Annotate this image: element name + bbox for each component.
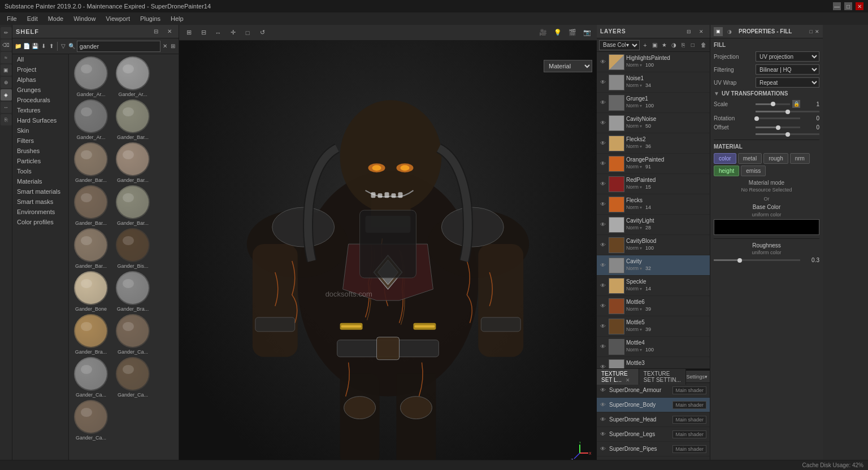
layer-visibility-toggle[interactable]: 👁: [599, 99, 607, 107]
projection-select[interactable]: UV projection: [756, 51, 819, 62]
shelf-item-0[interactable]: Gander_Ar...: [71, 56, 111, 97]
shelf-cat-grunges[interactable]: Grunges: [12, 85, 68, 95]
uv-transform-toggle[interactable]: ▼ UV transformations: [714, 90, 819, 97]
shelf-item-5[interactable]: Gander_Bar...: [113, 142, 153, 183]
layer-visibility-toggle[interactable]: 👁: [599, 241, 607, 249]
tool-smudge-icon[interactable]: ≈: [1, 52, 12, 63]
shelf-cat-particles[interactable]: Particles: [12, 156, 68, 166]
shelf-item-1[interactable]: Gander_Ar...: [113, 56, 153, 97]
shelf-cat-textures[interactable]: Textures: [12, 105, 68, 115]
shelf-dock-button[interactable]: ⊟: [150, 26, 162, 37]
mat-btn-emiss[interactable]: emiss: [741, 166, 766, 176]
ts-visibility-toggle[interactable]: 👁: [600, 402, 606, 408]
layer-visibility-toggle[interactable]: 👁: [599, 282, 607, 290]
layer-row[interactable]: 👁HighlightsPaintedNorm▾100: [597, 52, 710, 72]
vp-grid-icon[interactable]: ⊞: [183, 27, 195, 39]
layer-visibility-toggle[interactable]: 👁: [599, 180, 607, 188]
ts-visibility-toggle[interactable]: 👁: [600, 431, 606, 437]
shelf-item-14[interactable]: Gander_Ca...: [71, 357, 111, 398]
layer-row[interactable]: 👁Mottle6Norm▾39: [597, 296, 710, 316]
offset-slider2[interactable]: [756, 133, 819, 135]
vp-quad-icon[interactable]: ⊟: [197, 27, 210, 39]
layer-visibility-toggle[interactable]: 👁: [599, 262, 607, 269]
tool-clone-icon[interactable]: ⎘: [1, 114, 12, 125]
ts-settings-select[interactable]: Settings▾: [686, 374, 708, 380]
shelf-search-input[interactable]: [77, 41, 160, 52]
layer-visibility-toggle[interactable]: 👁: [599, 119, 607, 127]
shelf-clear-search-icon[interactable]: ✕: [162, 41, 168, 52]
texture-set-row[interactable]: 👁SuperDrone_ArmourMain shader: [597, 383, 710, 398]
prop-fill-icon[interactable]: ▣: [714, 27, 723, 36]
ts-visibility-toggle[interactable]: 👁: [600, 416, 606, 423]
menu-help[interactable]: Help: [166, 14, 188, 23]
layer-visibility-toggle[interactable]: 👁: [599, 323, 607, 330]
layer-visibility-toggle[interactable]: 👁: [599, 363, 607, 369]
title-bar-controls[interactable]: — □ ✕: [833, 2, 863, 10]
tool-transform-icon[interactable]: ↔: [1, 102, 12, 113]
layer-row[interactable]: 👁OrangePaintedNorm▾91: [597, 154, 710, 174]
layer-row[interactable]: 👁Mottle3Norm▾100: [597, 357, 710, 368]
shelf-cat-alphas[interactable]: Alphas: [12, 75, 68, 85]
shelf-item-11[interactable]: Gander_Bra...: [113, 271, 153, 312]
layer-visibility-toggle[interactable]: 👁: [599, 79, 607, 86]
maximize-button[interactable]: □: [844, 2, 852, 10]
ts-shader[interactable]: Main shader: [672, 386, 706, 394]
shelf-item-16[interactable]: Gander_Ca...: [71, 400, 111, 441]
base-color-swatch[interactable]: [714, 219, 819, 235]
shelf-item-12[interactable]: Gander_Bra...: [71, 314, 111, 355]
layer-visibility-toggle[interactable]: 👁: [599, 201, 607, 208]
layer-visibility-toggle[interactable]: 👁: [599, 302, 607, 310]
texture-set-list-tab[interactable]: TEXTURE SET L... ✕: [597, 369, 639, 385]
vp-transform-icon[interactable]: ✛: [227, 27, 239, 39]
shelf-filter-icon[interactable]: ▽: [60, 41, 67, 52]
texture-set-settings-tab[interactable]: TEXTURE SET SETTIN...: [639, 369, 687, 385]
blend-mode-select[interactable]: Base Col▾: [599, 40, 640, 50]
shelf-new-icon[interactable]: 📄: [23, 41, 30, 52]
tool-brush-icon[interactable]: ✏: [1, 27, 12, 38]
layer-row[interactable]: 👁FlecksNorm▾14: [597, 194, 710, 215]
vp-render-icon[interactable]: 🎬: [566, 27, 579, 39]
layer-row[interactable]: 👁CavityNoiseNorm▾50: [597, 113, 710, 133]
shelf-cat-materials[interactable]: Materials: [12, 176, 68, 186]
ts-visibility-toggle[interactable]: 👁: [600, 446, 606, 452]
menu-window[interactable]: Window: [69, 14, 100, 23]
vp-frame-icon[interactable]: ↔: [212, 27, 224, 39]
shelf-cat-environments[interactable]: Environments: [12, 207, 68, 217]
layer-row[interactable]: 👁RedPaintedNorm▾15: [597, 174, 710, 194]
shelf-cat-tools[interactable]: Tools: [12, 166, 68, 176]
shelf-item-2[interactable]: Gander_Ar...: [71, 99, 111, 140]
layer-visibility-toggle[interactable]: 👁: [599, 160, 607, 168]
shelf-save-icon[interactable]: 💾: [32, 41, 38, 52]
filtering-select[interactable]: Bilinear | HQ: [756, 64, 819, 75]
layer-visibility-toggle[interactable]: 👁: [599, 58, 607, 66]
shelf-item-7[interactable]: Gander_Bar...: [113, 185, 153, 226]
layer-row[interactable]: 👁CavityLightNorm▾28: [597, 215, 710, 235]
shelf-cat-color-profiles[interactable]: Color profiles: [12, 217, 68, 227]
shelf-item-13[interactable]: Gander_Ca...: [113, 314, 153, 355]
mat-btn-rough[interactable]: rough: [763, 153, 788, 164]
group-layers-button[interactable]: □: [688, 40, 697, 50]
texture-set-row[interactable]: 👁SuperDrone_BodyMain shader: [597, 398, 710, 412]
ts-visibility-toggle[interactable]: 👁: [600, 387, 606, 393]
layer-visibility-toggle[interactable]: 👁: [599, 221, 607, 229]
layer-row[interactable]: 👁CavityBloodNorm▾100: [597, 235, 710, 255]
shelf-item-10[interactable]: Gander_Bone: [71, 271, 111, 312]
mat-btn-metal[interactable]: metal: [738, 153, 762, 164]
shelf-import-icon[interactable]: ⬇: [40, 41, 46, 52]
shelf-cat-all[interactable]: All: [12, 54, 68, 64]
close-button[interactable]: ✕: [856, 2, 863, 10]
menu-edit[interactable]: Edit: [23, 14, 42, 23]
texture-set-row[interactable]: 👁SuperDrone_HeadMain shader: [597, 412, 710, 427]
roughness-slider[interactable]: [714, 259, 800, 261]
layer-row[interactable]: 👁CavityNorm▾32: [597, 255, 710, 276]
rotation-slider[interactable]: [756, 118, 800, 119]
layer-visibility-toggle[interactable]: 👁: [599, 343, 607, 351]
vp-camera-icon[interactable]: 🎥: [537, 27, 549, 39]
layer-visibility-toggle[interactable]: 👁: [599, 140, 607, 147]
add-paint-layer-button[interactable]: +: [641, 40, 649, 50]
shelf-cat-brushes[interactable]: Brushes: [12, 146, 68, 156]
layers-dock-button[interactable]: ⊟: [684, 27, 694, 37]
ts-shader[interactable]: Main shader: [672, 401, 706, 409]
layer-row[interactable]: 👁Mottle5Norm▾39: [597, 316, 710, 337]
vp-light-icon[interactable]: 💡: [552, 27, 564, 39]
